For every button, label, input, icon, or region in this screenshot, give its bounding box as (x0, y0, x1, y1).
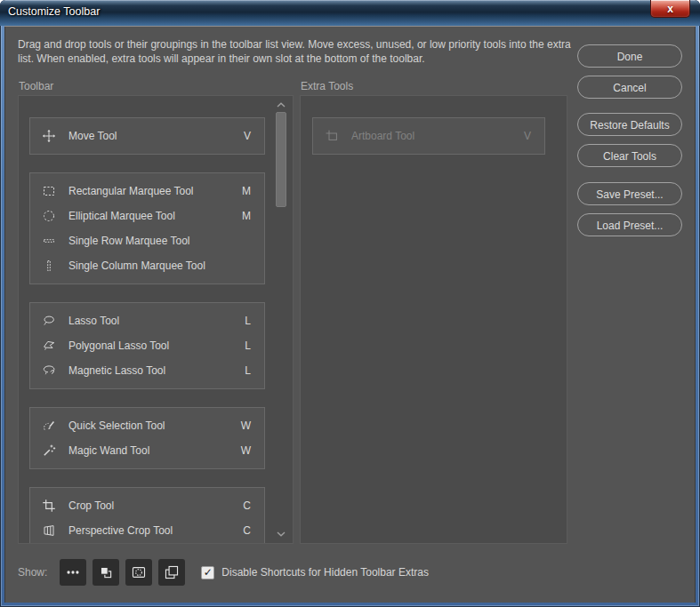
tool-row[interactable]: Slice ToolC (30, 543, 264, 544)
color-swatches-icon (98, 564, 114, 580)
tool-shortcut: C (243, 524, 251, 537)
tool-name: Lasso Tool (68, 315, 119, 327)
tool-shortcut: V (244, 130, 251, 142)
quick-mask-icon (131, 564, 147, 580)
tool-name: Move Tool (68, 130, 117, 142)
tool-name: Artboard Tool (351, 130, 414, 142)
tool-shortcut: M (242, 185, 251, 197)
polygonal-lasso-icon (42, 339, 56, 353)
tool-group: Move ToolV (29, 117, 265, 155)
load-preset-button[interactable]: Load Preset... (577, 213, 682, 236)
restore-defaults-button[interactable]: Restore Defaults (577, 113, 682, 136)
scroll-down-icon[interactable] (276, 531, 286, 538)
magnetic-lasso-icon (42, 363, 56, 378)
tool-row[interactable]: Move ToolV (30, 124, 264, 148)
tool-row[interactable]: Artboard ToolV (313, 124, 544, 148)
tool-row[interactable]: Rectangular Marquee ToolM (30, 179, 264, 204)
disable-shortcuts-row[interactable]: ✓ Disable Shortcuts for Hidden Toolbar E… (201, 566, 429, 579)
magic-wand-icon (42, 443, 56, 458)
show-color-swatches-toggle[interactable] (93, 559, 119, 586)
ellipsis-icon (65, 564, 81, 580)
tool-row[interactable]: Perspective Crop ToolC (30, 518, 264, 543)
extra-tools-panel-label: Extra Tools (301, 80, 353, 92)
tool-shortcut: C (243, 499, 251, 512)
tool-row[interactable]: Lasso ToolL (30, 308, 264, 333)
tool-name: Single Column Marquee Tool (68, 260, 205, 272)
tool-name: Rectangular Marquee Tool (68, 185, 194, 197)
tool-row[interactable]: Magic Wand ToolW (30, 438, 264, 463)
perspective-crop-icon (42, 523, 56, 538)
show-quick-mask-toggle[interactable] (125, 559, 152, 586)
tool-shortcut: L (245, 339, 251, 352)
tool-name: Magnetic Lasso Tool (68, 364, 165, 377)
tool-name: Quick Selection Tool (68, 419, 165, 432)
toolbar-list: Move ToolVRectangular Marquee ToolMEllip… (18, 95, 294, 544)
scrollbar-thumb[interactable] (276, 112, 286, 207)
save-preset-button[interactable]: Save Preset... (577, 182, 682, 205)
tool-row[interactable]: Single Column Marquee Tool (30, 253, 264, 278)
clear-tools-button[interactable]: Clear Tools (577, 144, 682, 167)
extra-tools-groups: Artboard ToolV (312, 117, 545, 172)
customize-toolbar-dialog: Customize Toolbar x Drag and drop tools … (0, 0, 700, 607)
done-button[interactable]: Done (577, 44, 682, 68)
tool-name: Perspective Crop Tool (68, 524, 173, 537)
disable-shortcuts-checkbox[interactable]: ✓ (201, 566, 214, 579)
tool-group: Artboard ToolV (312, 117, 545, 155)
toolbar-scrollbar[interactable] (274, 96, 288, 543)
elliptical-marquee-icon (42, 209, 56, 223)
tool-group: Rectangular Marquee ToolMElliptical Marq… (29, 172, 265, 284)
show-screen-mode-toggle[interactable] (158, 559, 185, 586)
move-tool-icon (42, 129, 56, 143)
tool-row[interactable]: Single Row Marquee Tool (30, 228, 264, 253)
toolbar-groups: Move ToolVRectangular Marquee ToolMEllip… (29, 117, 265, 544)
close-icon: x (667, 3, 673, 15)
lasso-icon (42, 314, 56, 328)
title-bar[interactable]: Customize Toolbar x (0, 0, 700, 26)
tool-shortcut: M (242, 210, 251, 222)
show-label: Show: (18, 566, 47, 579)
tool-shortcut: W (241, 444, 251, 457)
tool-row[interactable]: Quick Selection ToolW (30, 413, 264, 438)
scroll-up-icon[interactable] (276, 101, 286, 108)
tool-row[interactable]: Crop ToolC (30, 493, 264, 518)
tool-name: Elliptical Marquee Tool (68, 210, 175, 222)
close-button[interactable]: x (650, 0, 690, 18)
dialog-description: Drag and drop tools or their groupings i… (18, 37, 576, 66)
tool-shortcut: L (245, 315, 251, 327)
tool-name: Single Row Marquee Tool (68, 235, 190, 247)
tool-shortcut: V (524, 130, 531, 142)
screen-mode-icon (164, 564, 180, 580)
tool-shortcut: L (245, 364, 251, 377)
cancel-button[interactable]: Cancel (577, 76, 682, 99)
window-title: Customize Toolbar (8, 5, 100, 18)
crop-icon (42, 499, 56, 513)
dialog-content: Drag and drop tools or their groupings i… (4, 26, 696, 603)
single-column-marquee-icon (42, 259, 56, 273)
tool-row[interactable]: Elliptical Marquee ToolM (30, 204, 264, 228)
tool-name: Magic Wand Tool (68, 444, 149, 457)
tool-row[interactable]: Magnetic Lasso ToolL (30, 358, 264, 383)
disable-shortcuts-label: Disable Shortcuts for Hidden Toolbar Ext… (221, 566, 429, 579)
single-row-marquee-icon (42, 234, 56, 248)
extra-tools-list: Artboard ToolV (300, 95, 567, 544)
show-toggles (60, 559, 191, 586)
quick-selection-icon (42, 419, 56, 433)
show-edit-toolbar-toggle[interactable] (60, 559, 86, 586)
action-buttons: DoneCancelRestore DefaultsClear ToolsSav… (577, 44, 682, 236)
tool-name: Polygonal Lasso Tool (68, 339, 169, 352)
tool-name: Crop Tool (68, 499, 114, 512)
tool-group: Crop ToolCPerspective Crop ToolCSlice To… (29, 487, 265, 544)
tool-shortcut: W (241, 419, 251, 432)
tool-group: Quick Selection ToolWMagic Wand ToolW (29, 407, 265, 469)
artboard-icon (325, 129, 339, 143)
tool-group: Lasso ToolLPolygonal Lasso ToolLMagnetic… (29, 302, 265, 389)
toolbar-panel-label: Toolbar (19, 80, 53, 92)
tool-row[interactable]: Polygonal Lasso ToolL (30, 333, 264, 358)
footer-bar: Show: ✓ Disable Shortcuts for Hidden Too… (18, 559, 429, 586)
rectangular-marquee-icon (42, 184, 56, 198)
